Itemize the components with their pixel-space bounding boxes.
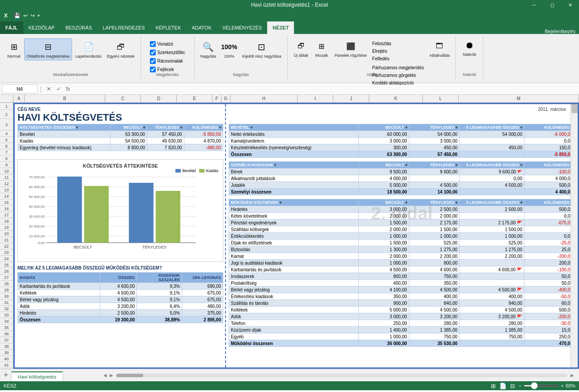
cancel-formula-button[interactable]: ✕ [45,86,53,92]
confirm-formula-button[interactable]: ✓ [55,86,63,92]
gridlines-checkbox[interactable] [150,58,156,64]
tab-layout[interactable]: LAPELRENDEZÉS [97,21,150,34]
zoom-button[interactable]: 🔍 Nagyítás [198,38,219,60]
formula-bar-checkbox-label[interactable]: Szerkesztőléc [148,49,187,56]
switch-window-button[interactable]: 🗔 Ablakváltás [427,38,452,86]
col-header-b[interactable]: B [25,95,105,102]
tab-home[interactable]: KEZDŐLAP [23,21,60,34]
legend-kiadas-box [199,169,204,173]
zoom-minus-button[interactable]: − [519,383,521,388]
summary-r2-c2: 54 500,00 [110,138,147,144]
undo-qat-button[interactable]: ↩ [22,13,29,19]
minimize-button[interactable]: ─ [525,0,543,10]
zoom-selection-button[interactable]: ⊡ Kijelölt rész nagyítása [240,38,284,60]
macros-button[interactable]: ⏺ Makrók [460,37,479,59]
tab-view[interactable]: NÉZET [267,21,294,34]
summary-dropdown2[interactable]: ▾ [143,126,145,130]
scroll-right-button[interactable]: ▶ [108,373,115,378]
col-header-i[interactable]: I [298,95,333,102]
mosaic-button[interactable]: ⊞ Mozaik [312,38,332,86]
legend-bevetel-label: Bevétel [182,169,196,173]
add-sheet-button[interactable]: + [2,369,10,381]
parallel-view-button[interactable]: Párhuzamos megjelenítés [370,64,426,71]
svg-text:20 000,00: 20 000,00 [29,224,45,228]
rev-row-3: Készletértékesítés (nyereség/veszteség) … [229,144,575,151]
tab-data[interactable]: ADATOK [187,21,217,34]
row-num-15: 15 [0,199,13,206]
ruler-checkbox[interactable] [150,41,156,47]
login-button[interactable]: Bejelentkezés [545,29,579,34]
page-layout-status-button[interactable]: 📄 [499,383,507,389]
normal-view-status-button[interactable]: ⊞ [491,383,496,389]
summary-dropdown3[interactable]: ▾ [180,126,182,130]
sheet-content[interactable]: CÉG NEVE HAVI KÖLTSÉGVETÉS 2011. március… [13,103,579,369]
tab-formulas[interactable]: KÉPLETEK [150,21,187,34]
summary-r1-c2: 63 300,00 [110,131,147,138]
top5-r2-c1: Kellékek [18,290,100,296]
formula-bar-checkbox[interactable] [150,50,156,55]
col-header-f[interactable]: F [213,95,221,102]
col-header-c[interactable]: C [105,95,141,102]
ruler-checkbox-label[interactable]: Vonalzó [148,40,187,48]
hide-button[interactable]: Elrejtés [370,48,426,55]
page-break-status-button[interactable]: ⊟ [510,383,515,389]
split-button[interactable]: Felosztás [370,40,426,47]
summary-dropdown4[interactable]: ▾ [219,126,221,130]
normal-view-button[interactable]: ⊞ Normal [4,38,23,60]
col-header-h[interactable]: H [230,95,298,102]
unhide-button[interactable]: Felfedés [370,55,426,62]
vertical-scrollbar[interactable] [570,104,578,367]
scroll-left-button[interactable]: ◀ [102,373,108,378]
zoom-100-button[interactable]: 100% 100% [219,38,239,60]
insert-function-button[interactable]: fx [64,86,72,92]
top5-row-1: Karbantartás és javítások 4 600,00 9,3% … [18,283,223,290]
save-qat-button[interactable]: 💾 [13,13,22,19]
page-layout-view-button[interactable]: 📄 Lapelrendezés [73,38,104,60]
display-checkboxes: Vonalzó Szerkesztőléc Rácsvonalak Fejléc… [148,37,187,73]
legend-kiadas-label: Kiadás [206,169,218,173]
restore-button[interactable]: ◻ [543,0,561,10]
zoom-plus-button[interactable]: + [561,383,564,388]
headings-checkbox[interactable] [150,67,156,72]
top5-table: KIADÁS ÖSSZEG KIADÁSOK SZÁZALÉK 15% LEVO… [17,272,223,323]
close-button[interactable]: ✕ [561,0,579,10]
tab-review[interactable]: VÉLEMÉNYEZÉS [217,21,268,34]
prev-position-button[interactable]: Korábbi ablakpozíció [370,80,426,86]
col-header-k[interactable]: K [369,95,423,102]
custom-views-button[interactable]: 🗗 Egyéni nézetek [105,38,137,60]
ready-label: KÉSZ [4,383,17,388]
window-side-buttons: Felosztás Elrejtés Felfedés Párhuzamos m… [370,38,426,86]
col-header-l[interactable]: L [423,95,459,102]
col-header-d[interactable]: D [141,95,177,102]
top5-r2-c2: 4 500,00 [100,290,137,296]
scroll-thumb[interactable] [571,104,578,113]
switch-window-label: Ablakváltás [429,53,450,58]
zoom-selection-label: Kijelölt rész nagyítása [242,54,281,59]
page-break-view-button[interactable]: ⊟ Oldaltörés megtekintése [24,38,72,60]
scroll-right2-button[interactable]: ▶ [569,373,575,378]
col-header-g[interactable]: G [221,95,230,102]
col-header-j[interactable]: J [333,95,369,102]
summary-dropdown1[interactable]: ▾ [76,126,78,130]
tab-file[interactable]: FÁJL [0,21,23,34]
tab-insert[interactable]: BESZÚRÁS [60,21,97,34]
col-header-e[interactable]: E [177,95,213,102]
qat-more-button[interactable]: ▾ [36,13,41,18]
horizontal-scrollbar[interactable] [116,374,567,377]
row-num-13: 13 [0,187,13,193]
op-total-row: Működési összesen 36 000,00 35 530,00 47… [229,340,575,347]
main-panels: KÖLTSÉGVETÉS ÖSSZESEN ▾ BECSÜLT ▾ TÉNYLE… [17,124,575,347]
top5-r1-c3: 9,3% [137,283,182,290]
summary-r3-c2: 8 800,00 [110,144,147,151]
col-header-m[interactable]: M [459,95,579,102]
zoom-slider[interactable] [524,385,559,387]
col-header-a[interactable]: A [13,95,25,102]
redo-qat-button[interactable]: ↪ [29,13,36,19]
parallel-scroll-button[interactable]: Párhuzamos görgetés [370,72,426,79]
name-box[interactable] [2,84,38,93]
freeze-panes-button[interactable]: ⬛ Panelek rögzítése [332,38,369,86]
gridlines-checkbox-label[interactable]: Rácsvonalak [148,57,187,65]
new-window-button[interactable]: 🗗 Új ablak [291,38,311,86]
horiz-scroll-thumb[interactable] [116,374,143,377]
sheet-tab-active[interactable]: Havi költségvetés [11,371,63,381]
